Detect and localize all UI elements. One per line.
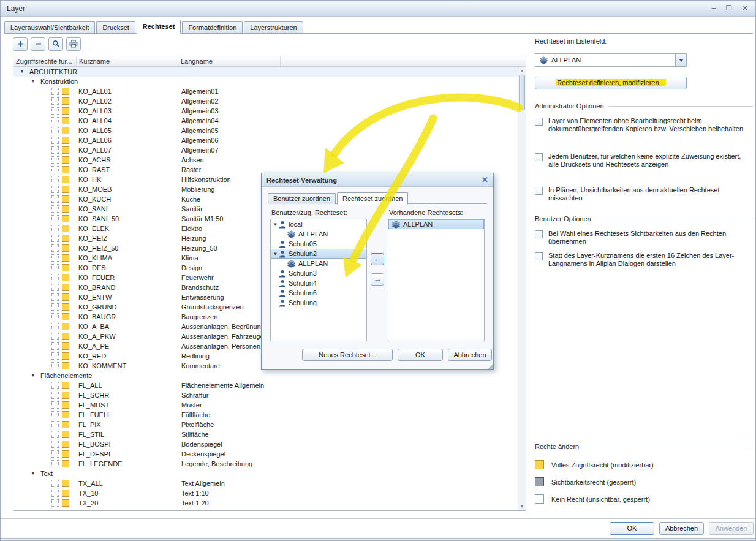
layer-group-fl-chenelemente[interactable]: ▼Flächenelemente: [13, 371, 518, 380]
layer-row-FL_FUELL[interactable]: FL_FUELLFüllfläche: [13, 410, 518, 420]
layer-row-KO_ALL01[interactable]: KO_ALL01Allgemein01: [13, 86, 518, 96]
user-item-schulung[interactable]: Schulung: [271, 298, 366, 308]
user-item-schulun6[interactable]: Schulun6: [271, 288, 366, 298]
layer-row-FL_BOSPI[interactable]: FL_BOSPIBodenspiegel: [13, 439, 518, 449]
combobox-dropdown-button[interactable]: [675, 54, 686, 66]
title-bar[interactable]: Layer – ☐ ✕: [1, 1, 755, 17]
remove-right-arrow-button[interactable]: →: [371, 273, 384, 286]
full-right-checkbox[interactable]: [62, 107, 69, 115]
full-right-checkbox[interactable]: [62, 205, 69, 213]
layer-row-FL_LEGENDE[interactable]: FL_LEGENDELegende, Beschreibung: [13, 459, 518, 469]
layer-row-KO_ALL07[interactable]: KO_ALL07Allgemein07: [13, 145, 518, 155]
no-right-checkbox[interactable]: [51, 362, 59, 369]
no-right-checkbox[interactable]: [51, 127, 59, 134]
full-right-checkbox[interactable]: [62, 186, 69, 193]
dialog-close-icon[interactable]: ✕: [482, 175, 488, 184]
user-option-1[interactable]: Bei Wahl eines Rechtesets Sichtbarkeiten…: [535, 230, 746, 246]
no-right-checkbox[interactable]: [51, 235, 59, 242]
no-right-checkbox[interactable]: [51, 88, 59, 95]
magnifier-button[interactable]: [48, 37, 63, 51]
checkbox[interactable]: [535, 118, 543, 126]
layer-row-KO_ALL05[interactable]: KO_ALL05Allgemein05: [13, 126, 518, 135]
dialog-tab-benutzer-zuordnen[interactable]: Benutzer zuordnen: [268, 193, 336, 204]
full-right-checkbox[interactable]: [62, 244, 69, 252]
user-item-schulu05[interactable]: Schulu05: [271, 239, 366, 249]
tab-rechteset[interactable]: Rechteset: [137, 20, 181, 34]
user-item-schulun3[interactable]: Schulun3: [271, 268, 366, 278]
expand-triangle-icon[interactable]: ▼: [272, 222, 279, 227]
scroll-up-icon[interactable]: ▲: [518, 67, 526, 75]
full-right-checkbox[interactable]: [62, 215, 69, 222]
layer-row-FL_PIX[interactable]: FL_PIXPixelfläche: [13, 420, 518, 429]
ok-button[interactable]: OK: [610, 522, 654, 535]
no-right-checkbox[interactable]: [51, 392, 59, 399]
user-item-schulun2[interactable]: ▼Schulun2: [271, 249, 366, 259]
full-right-checkbox[interactable]: [62, 441, 69, 448]
full-right-checkbox[interactable]: [62, 264, 69, 271]
no-right-checkbox[interactable]: [51, 499, 59, 507]
dialog-title-bar[interactable]: Rechteset-Verwaltung ✕: [262, 173, 493, 187]
full-right-checkbox[interactable]: [62, 362, 69, 369]
no-right-checkbox[interactable]: [51, 480, 59, 487]
user-item-schulun4[interactable]: Schulun4: [271, 278, 366, 288]
no-right-checkbox[interactable]: [51, 401, 59, 409]
dialog-ok-button[interactable]: OK: [398, 349, 443, 361]
full-right-checkbox[interactable]: [62, 411, 69, 418]
checkbox[interactable]: [535, 153, 543, 161]
admin-option-2[interactable]: Jedem Benutzer, für welchen keine expliz…: [535, 153, 746, 168]
layer-row-TX_20[interactable]: TX_20Text 1:20: [13, 498, 518, 508]
full-right-checkbox[interactable]: [62, 342, 69, 350]
checkbox[interactable]: [535, 252, 543, 260]
layer-row-TX_ALL[interactable]: TX_ALLText Allgemein: [13, 479, 518, 488]
user-rechteset-tree[interactable]: ▼localALLPLANSchulu05▼Schulun2ALLPLANSch…: [270, 219, 367, 341]
tab-druckset[interactable]: Druckset: [96, 21, 135, 33]
no-right-checkbox[interactable]: [51, 441, 59, 448]
layer-group-text[interactable]: ▼Text: [13, 469, 518, 479]
full-right-checkbox[interactable]: [62, 352, 69, 360]
tab-layerstrukturen[interactable]: Layerstrukturen: [244, 21, 303, 33]
full-right-checkbox[interactable]: [62, 431, 69, 438]
no-right-checkbox[interactable]: [51, 450, 59, 458]
full-right-checkbox[interactable]: [62, 176, 69, 183]
full-right-checkbox[interactable]: [62, 323, 69, 330]
full-right-checkbox[interactable]: [62, 313, 69, 320]
no-right-checkbox[interactable]: [51, 254, 59, 262]
printer-button[interactable]: [66, 37, 81, 51]
full-right-checkbox[interactable]: [62, 293, 69, 301]
full-right-checkbox[interactable]: [62, 401, 69, 409]
full-right-checkbox[interactable]: [62, 235, 69, 242]
layer-group-konstruktion[interactable]: ▼Konstruktion: [13, 77, 518, 86]
user-item-local[interactable]: ▼local: [271, 219, 366, 229]
no-right-checkbox[interactable]: [51, 323, 59, 330]
no-right-checkbox[interactable]: [51, 352, 59, 360]
expand-triangle-icon[interactable]: ▼: [20, 67, 25, 77]
layer-row-KO_ACHS[interactable]: KO_ACHSAchsen: [13, 155, 518, 165]
no-right-checkbox[interactable]: [51, 215, 59, 222]
full-right-checkbox[interactable]: [62, 225, 69, 232]
layer-row-KO_ALL06[interactable]: KO_ALL06Allgemein06: [13, 135, 518, 145]
full-right-checkbox[interactable]: [62, 137, 69, 144]
no-right-checkbox[interactable]: [51, 176, 59, 183]
new-rechteset-button[interactable]: Neues Rechteset...: [302, 349, 393, 361]
full-right-checkbox[interactable]: [62, 117, 69, 124]
full-right-checkbox[interactable]: [62, 146, 69, 154]
tab-formatdefinition[interactable]: Formatdefinition: [182, 21, 243, 33]
full-right-checkbox[interactable]: [62, 450, 69, 458]
no-right-checkbox[interactable]: [51, 195, 59, 203]
define-rechteset-button[interactable]: Rechteset definieren, modifizieren...: [535, 77, 687, 89]
layer-row-TX_10[interactable]: TX_10Text 1:10: [13, 488, 518, 498]
full-right-checkbox[interactable]: [62, 392, 69, 399]
no-right-checkbox[interactable]: [51, 313, 59, 320]
no-right-checkbox[interactable]: [51, 264, 59, 271]
full-right-checkbox[interactable]: [62, 303, 69, 311]
no-right-checkbox[interactable]: [51, 284, 59, 291]
full-right-checkbox[interactable]: [62, 480, 69, 487]
layer-row-FL_DESPI[interactable]: FL_DESPIDeckenspiegel: [13, 449, 518, 459]
rechteset-item-allplan[interactable]: ALLPLAN: [271, 259, 366, 268]
full-right-checkbox[interactable]: [62, 490, 69, 497]
column-header-kurzname[interactable]: Kurzname: [77, 56, 178, 66]
vertical-scrollbar[interactable]: ▲ ▼: [518, 67, 526, 510]
no-right-checkbox[interactable]: [51, 303, 59, 311]
no-right-checkbox[interactable]: [51, 97, 59, 105]
expand-triangle-icon[interactable]: ▼: [31, 371, 36, 380]
